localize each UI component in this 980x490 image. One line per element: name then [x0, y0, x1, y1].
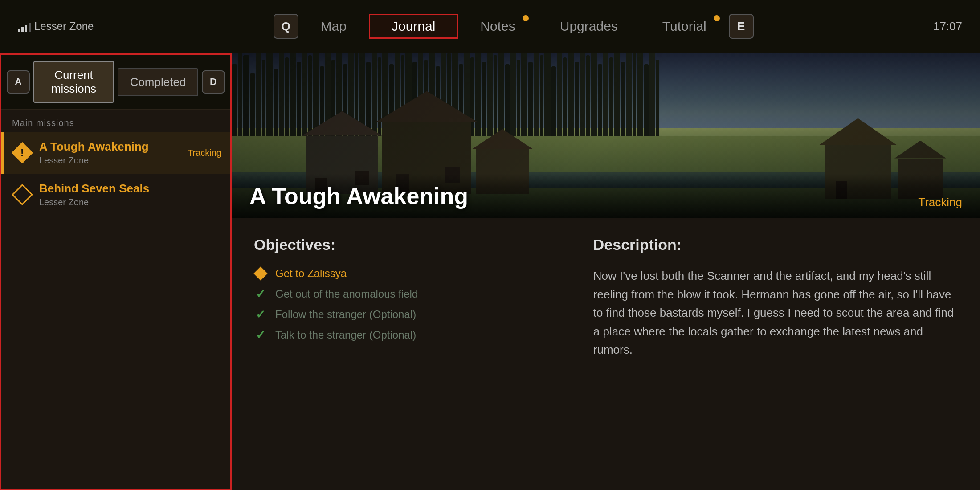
objective-item-follow-stranger: ✓ Follow the stranger (Optional) [254, 308, 558, 321]
top-bar: Lesser Zone Q Map Journal Notes Upgrades… [0, 0, 980, 53]
tab-notes[interactable]: Notes [458, 14, 537, 38]
signal-bars [18, 21, 31, 32]
key-d-button[interactable]: D [202, 70, 225, 94]
objective-text-get-out: Get out of the anomalous field [275, 288, 418, 300]
objective-list: Get to Zalissya ✓ Get out of the anomalo… [254, 267, 558, 342]
key-a-button[interactable]: A [7, 70, 30, 94]
objective-check-icon-1: ✓ [254, 287, 267, 301]
objectives-title: Objectives: [254, 236, 558, 253]
objective-item-talk-stranger: ✓ Talk to the stranger (Optional) [254, 328, 558, 342]
notes-dot [523, 15, 529, 21]
mission-icon-tough-awakening: ! [12, 143, 32, 163]
mission-item-tough-awakening[interactable]: ! A Tough Awakening Lesser Zone Tracking [1, 132, 230, 174]
mission-icon-behind-seven-seals [12, 185, 32, 204]
clock: 17:07 [933, 20, 962, 33]
banner-tracking-label: Tracking [918, 196, 962, 209]
key-e-button[interactable]: E [729, 14, 754, 39]
tab-journal[interactable]: Journal [369, 14, 458, 39]
tab-map[interactable]: Map [298, 14, 369, 38]
mission-info-behind-seven-seals: Behind Seven Seals Lesser Zone [39, 182, 221, 208]
objective-text-talk-stranger: Talk to the stranger (Optional) [275, 329, 416, 341]
objectives-section: Objectives: Get to Zalissya ✓ [254, 236, 558, 472]
sidebar: A Current missions Completed D Main miss… [0, 53, 232, 490]
section-main-missions: Main missions [1, 110, 230, 132]
tab-tutorial[interactable]: Tutorial [640, 14, 729, 38]
active-objective-diamond [253, 266, 267, 280]
objective-check-icon-3: ✓ [254, 328, 267, 342]
main-layout: A Current missions Completed D Main miss… [0, 53, 980, 490]
objective-item-get-out: ✓ Get out of the anomalous field [254, 287, 558, 301]
objective-item-get-to-zalissya: Get to Zalissya [254, 267, 558, 280]
tutorial-dot [714, 15, 720, 21]
banner-title-bar: A Tough Awakening Tracking [232, 174, 980, 218]
sidebar-tabs: A Current missions Completed D [1, 55, 230, 110]
diamond-outline-icon [12, 184, 33, 205]
description-body: Now I've lost both the Scanner and the a… [593, 267, 958, 359]
tab-current-missions[interactable]: Current missions [33, 61, 114, 103]
signal-area: Lesser Zone [18, 20, 94, 33]
banner-mission-title: A Tough Awakening [249, 183, 468, 209]
top-bar-left: Lesser Zone [18, 20, 94, 33]
mission-item-behind-seven-seals[interactable]: Behind Seven Seals Lesser Zone [1, 174, 230, 216]
exclamation-diamond-icon: ! [12, 142, 33, 163]
objective-diamond-icon [254, 267, 267, 280]
mission-zone-behind-seven-seals: Lesser Zone [39, 197, 221, 208]
objective-check-icon-2: ✓ [254, 308, 267, 321]
mission-details: Objectives: Get to Zalissya ✓ [232, 218, 980, 490]
tracking-label: Tracking [188, 148, 221, 158]
key-q-button[interactable]: Q [274, 14, 298, 39]
tab-completed[interactable]: Completed [118, 68, 198, 96]
exclaim-mark: ! [20, 147, 24, 159]
description-section: Description: Now I've lost both the Scan… [593, 236, 958, 472]
objective-text-get-to-zalissya: Get to Zalissya [275, 267, 347, 280]
mission-banner: A Tough Awakening Tracking [232, 53, 980, 218]
sidebar-scroll: Main missions ! A Tough Awakening Lesser… [1, 110, 230, 489]
content-panel: A Tough Awakening Tracking Objectives: G… [232, 53, 980, 490]
nav-center: Q Map Journal Notes Upgrades Tutorial E [94, 14, 933, 39]
zone-label: Lesser Zone [34, 20, 94, 33]
mission-title-behind-seven-seals: Behind Seven Seals [39, 182, 221, 196]
tab-upgrades[interactable]: Upgrades [538, 14, 640, 38]
description-title: Description: [593, 236, 958, 253]
objective-text-follow-stranger: Follow the stranger (Optional) [275, 308, 416, 321]
